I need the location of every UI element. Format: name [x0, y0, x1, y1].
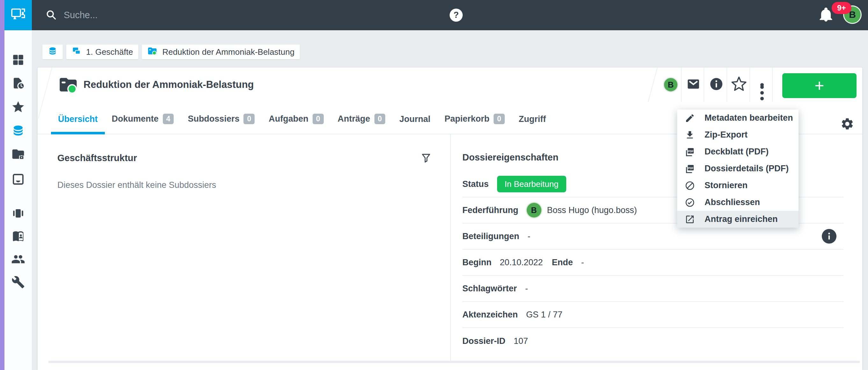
menu-item-label: Stornieren — [705, 180, 748, 191]
page-title: Reduktion der Ammoniak-Belastung — [84, 68, 254, 102]
help-button[interactable]: ? — [450, 9, 463, 22]
dossier-folder-icon — [147, 46, 157, 58]
menu-item-cover-pdf[interactable]: PDF Deckblatt (PDF) — [677, 143, 799, 160]
property-label: Schlagwörter — [462, 284, 517, 294]
cancel-icon — [685, 180, 695, 191]
search-input[interactable] — [64, 10, 287, 21]
pdf-icon: PDF — [685, 164, 695, 174]
tab-journal[interactable]: Journal — [392, 114, 437, 134]
sidebar-item-dashboard[interactable] — [4, 52, 32, 69]
global-search — [45, 0, 287, 30]
breadcrumb: 1. Geschäfte Reduktion der Ammoniak-Bela… — [42, 44, 300, 59]
property-row-keywords: Schlagwörter - — [462, 276, 843, 302]
check-circle-icon — [685, 197, 695, 208]
contact-book-icon — [11, 229, 25, 244]
menu-item-label: Dossierdetails (PDF) — [705, 164, 789, 173]
property-row-dates: Beginn 20.10.2022 Ende - — [462, 249, 843, 276]
card-footer-divider — [49, 361, 860, 363]
notification-count-badge: 9+ — [832, 2, 851, 14]
menu-item-zip-export[interactable]: Zip-Export — [677, 126, 799, 143]
search-icon[interactable] — [45, 9, 57, 22]
tab-label: Journal — [399, 114, 431, 124]
app-logo-icon — [9, 6, 27, 25]
svg-text:PDF: PDF — [688, 166, 694, 169]
tab-label: Zugriff — [519, 114, 546, 124]
sidebar-item-contacts[interactable] — [4, 228, 32, 246]
sidebar-item-private-folder[interactable] — [4, 146, 32, 164]
tab-label: Dokumente — [112, 114, 159, 124]
download-icon — [685, 130, 695, 140]
participations-info-icon[interactable] — [822, 229, 836, 244]
menu-item-details-pdf[interactable]: PDF Dossierdetails (PDF) — [677, 160, 799, 177]
filter-icon[interactable] — [420, 152, 432, 164]
info-button[interactable] — [707, 68, 726, 102]
panel-title: Dossiereigenschaften — [462, 152, 862, 163]
status-badge: In Bearbeitung — [497, 176, 566, 192]
menu-item-edit-metadata[interactable]: Metadaten bearbeiten — [677, 109, 799, 126]
svg-text:PDF: PDF — [688, 149, 694, 153]
wrench-icon — [11, 275, 25, 290]
tab-papierkorb[interactable]: Papierkorb 0 — [437, 114, 512, 134]
add-button[interactable]: + — [782, 73, 857, 98]
star-outline-icon — [731, 76, 747, 94]
tab-count-badge: 0 — [374, 114, 385, 124]
structure-panel: Geschäftsstruktur Dieses Dossier enthält… — [38, 134, 450, 190]
properties-panel: Dossiereigenschaften Status In Bearbeitu… — [451, 134, 862, 354]
star-icon — [11, 100, 25, 115]
breadcrumb-dossier[interactable]: Reduktion der Ammoniak-Belastung — [142, 44, 300, 59]
tab-zugriff[interactable]: Zugriff — [512, 114, 553, 134]
sidebar-accent-strip — [0, 0, 4, 370]
lead-user-button[interactable]: B — [661, 68, 680, 102]
sidebar-item-favorites[interactable] — [4, 99, 32, 116]
envelope-icon — [685, 76, 701, 93]
sidebar-item-users[interactable] — [4, 251, 32, 269]
breadcrumb-label: Reduktion der Ammoniak-Belastung — [162, 47, 294, 57]
property-label: Beginn — [462, 258, 492, 267]
folder-lock-icon — [11, 147, 25, 162]
dossier-header: Reduktion der Ammoniak-Belastung B — [38, 68, 862, 102]
tab-count-badge: 0 — [494, 114, 505, 124]
property-label: Ende — [552, 258, 573, 267]
tab-uebersicht[interactable]: Übersicht — [51, 114, 105, 134]
menu-item-close-dossier[interactable]: Abschliessen — [677, 194, 799, 211]
email-button[interactable] — [684, 68, 703, 102]
breadcrumb-label: 1. Geschäfte — [86, 47, 133, 57]
breadcrumb-businesses[interactable]: 1. Geschäfte — [66, 44, 138, 59]
tab-subdossiers[interactable]: Subdossiers 0 — [181, 114, 261, 134]
property-value: - — [528, 232, 531, 241]
separator — [681, 68, 682, 102]
tab-aufgaben[interactable]: Aufgaben 0 — [261, 114, 331, 134]
tab-label: Subdossiers — [188, 114, 239, 124]
menu-item-submit-request[interactable]: Antrag einreichen — [677, 211, 799, 228]
property-value: 20.10.2022 — [500, 258, 543, 267]
tab-dokumente[interactable]: Dokumente 4 — [105, 114, 181, 134]
sidebar — [4, 30, 32, 370]
property-row-reference: Aktenzeichen GS 1 / 77 — [462, 302, 843, 328]
tab-count-badge: 0 — [313, 114, 324, 124]
pdf-icon: PDF — [685, 147, 695, 157]
menu-item-cancel-dossier[interactable]: Stornieren — [677, 177, 799, 194]
database-icon — [48, 46, 57, 58]
sidebar-item-recent-documents[interactable] — [4, 75, 32, 93]
kebab-menu-icon — [760, 83, 764, 87]
file-clock-icon — [11, 77, 25, 91]
favorite-button[interactable] — [730, 68, 748, 102]
sidebar-item-businesses[interactable] — [4, 122, 32, 140]
separator — [726, 68, 727, 102]
tab-antraege[interactable]: Anträge 0 — [331, 114, 393, 134]
decor-diagonal — [648, 68, 658, 102]
sidebar-item-boards[interactable] — [4, 205, 32, 223]
sidebar-item-inbox[interactable] — [4, 171, 32, 189]
app-logo[interactable] — [4, 0, 32, 30]
tab-count-badge: 0 — [243, 114, 255, 124]
menu-item-label: Zip-Export — [705, 130, 748, 140]
inbox-tray-icon — [11, 173, 25, 187]
more-actions-button[interactable] — [752, 68, 771, 102]
sidebar-item-admin[interactable] — [4, 274, 32, 292]
tab-label: Papierkorb — [444, 114, 490, 124]
breadcrumb-root[interactable] — [42, 44, 63, 59]
settings-gear-icon[interactable] — [840, 117, 854, 131]
property-label: Dossier-ID — [462, 336, 505, 346]
business-icon — [72, 46, 81, 58]
tab-label: Anträge — [338, 114, 370, 124]
